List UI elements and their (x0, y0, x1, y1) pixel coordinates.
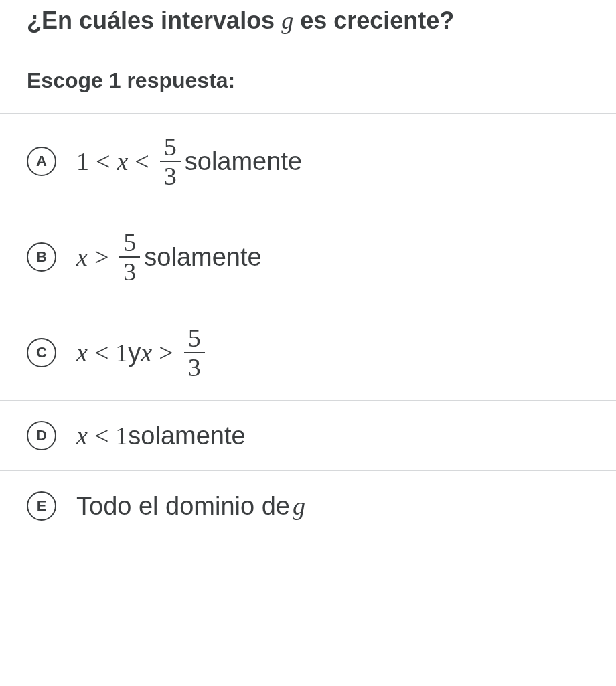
fraction-5-3: 5 3 (119, 230, 140, 284)
var-x: x (76, 421, 88, 450)
options-list: A 1 < x < 5 3 solamente B x > 5 3 (0, 113, 616, 541)
question-prefix: ¿En cuáles intervalos (27, 7, 281, 34)
fraction-5-3: 5 3 (160, 134, 181, 189)
option-d[interactable]: D x < 1 solamente (0, 401, 616, 471)
question-var: g (281, 7, 293, 34)
denominator: 3 (184, 352, 205, 380)
var-x: x (76, 242, 88, 272)
num-1: 1 (115, 421, 128, 450)
var-x-1: x (76, 338, 88, 367)
num-1: 1 (115, 338, 128, 367)
option-letter-d: D (27, 421, 56, 450)
fraction-5-3: 5 3 (184, 325, 205, 380)
suffix-solamente: solamente (128, 422, 245, 450)
numerator: 5 (119, 230, 140, 256)
option-letter-c: C (27, 338, 56, 367)
option-a-content: 1 < x < 5 3 solamente (76, 134, 302, 189)
var-x: x (117, 147, 128, 176)
denominator: 3 (160, 161, 181, 189)
question-suffix: es creciente? (293, 7, 454, 34)
option-d-content: x < 1 solamente (76, 421, 246, 450)
option-letter-b: B (27, 242, 56, 272)
instruction-text: Escoge 1 respuesta: (0, 55, 616, 113)
suffix-solamente: solamente (144, 243, 261, 272)
conjunction-y: y (128, 339, 141, 367)
prefix-dominio: Todo el dominio de (76, 492, 290, 521)
less-than: < (94, 421, 108, 450)
quiz-container: ¿En cuáles intervalos g es creciente? Es… (0, 0, 616, 541)
denominator: 3 (119, 256, 140, 284)
numerator: 5 (184, 325, 205, 352)
option-b-content: x > 5 3 solamente (76, 230, 262, 284)
suffix-solamente: solamente (185, 147, 302, 176)
option-letter-a: A (27, 147, 56, 176)
option-letter-e: E (27, 491, 56, 521)
less-than-1: < (96, 147, 110, 176)
var-g: g (293, 491, 305, 521)
greater-than: > (159, 338, 173, 367)
greater-than: > (94, 242, 108, 272)
less-than-2: < (135, 147, 149, 176)
option-b[interactable]: B x > 5 3 solamente (0, 209, 616, 305)
less-than: < (94, 338, 108, 367)
numerator: 5 (160, 134, 181, 161)
option-e[interactable]: E Todo el dominio de g (0, 471, 616, 541)
num-1: 1 (76, 147, 89, 176)
option-e-content: Todo el dominio de g (76, 491, 305, 521)
option-c-content: x < 1 y x > 5 3 (76, 325, 209, 380)
option-c[interactable]: C x < 1 y x > 5 3 (0, 305, 616, 401)
option-a[interactable]: A 1 < x < 5 3 solamente (0, 114, 616, 209)
var-x-2: x (141, 338, 152, 367)
question-text: ¿En cuáles intervalos g es creciente? (0, 0, 616, 55)
